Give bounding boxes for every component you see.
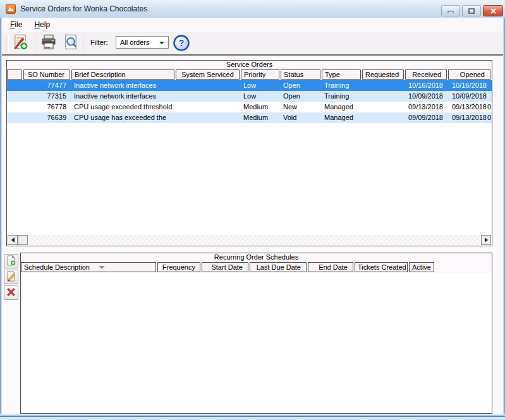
- column-header-system-serviced[interactable]: System Serviced: [176, 69, 240, 80]
- toolbar: Filter: All orders ?: [2, 32, 503, 56]
- add-icon: [6, 255, 16, 267]
- arrow-left-icon: [11, 237, 15, 243]
- column-header-type[interactable]: Type: [322, 69, 361, 80]
- scroll-right-button[interactable]: [481, 235, 491, 245]
- table-empty-area: [7, 123, 492, 229]
- recurring-schedules-panel: Recurring Order Schedules Schedule Descr…: [20, 253, 492, 414]
- schedule-toolbar: [4, 254, 19, 301]
- close-button[interactable]: [483, 5, 503, 16]
- window-frame-bottom: [0, 414, 505, 420]
- recurring-header-row: Schedule Description Frequency Start Dat…: [21, 262, 492, 273]
- toolbar-separator: [35, 34, 35, 52]
- filter-dropdown[interactable]: All orders: [116, 36, 169, 49]
- print-preview-button[interactable]: [60, 33, 82, 52]
- horizontal-scrollbar[interactable]: [8, 235, 491, 245]
- toolbar-gripper[interactable]: [6, 35, 9, 51]
- chevron-down-icon: [159, 42, 164, 44]
- scrollbar-thumb[interactable]: [18, 235, 28, 245]
- column-header-end-date[interactable]: End Date: [308, 262, 353, 272]
- print-preview-icon: [62, 33, 80, 52]
- edit-icon: [6, 271, 16, 283]
- table-row[interactable]: 77477 Inactive network interfaces Low Op…: [7, 80, 492, 91]
- column-header-frequency[interactable]: Frequency: [157, 262, 200, 272]
- column-header-selector[interactable]: [7, 69, 22, 80]
- delete-schedule-button[interactable]: [4, 285, 18, 300]
- edit-schedule-button[interactable]: [4, 270, 18, 284]
- window-title: Service Orders for Wonka Chocolates: [20, 4, 147, 13]
- new-service-order-icon: [11, 33, 29, 52]
- table-row[interactable]: 76639 CPU usage has exceeded the Medium …: [7, 112, 492, 123]
- column-header-priority[interactable]: Priority: [241, 69, 279, 80]
- filter-dropdown-value: All orders: [120, 39, 149, 46]
- maximize-button[interactable]: [462, 5, 481, 16]
- print-button[interactable]: [38, 33, 59, 52]
- new-service-order-button[interactable]: [9, 33, 31, 52]
- svg-text:?: ?: [179, 38, 185, 48]
- window-content: File Help: [2, 18, 503, 414]
- sort-descending-icon: [99, 266, 105, 269]
- service-orders-title: Service Orders: [7, 61, 492, 69]
- table-row[interactable]: 77315 Inactive network interfaces Low Op…: [7, 91, 492, 102]
- column-header-start-date[interactable]: Start Date: [202, 262, 248, 272]
- column-header-opened[interactable]: Opened: [448, 69, 490, 80]
- menu-help[interactable]: Help: [29, 18, 55, 29]
- recurring-schedules-title: Recurring Order Schedules: [21, 253, 492, 262]
- delete-icon: [6, 287, 16, 299]
- filter-label: Filter:: [90, 39, 108, 46]
- table-row[interactable]: 76778 CPU usage exceeded threshold Mediu…: [7, 102, 492, 112]
- print-icon: [40, 33, 58, 52]
- add-schedule-button[interactable]: [4, 254, 18, 268]
- header-filler: [435, 262, 492, 273]
- minimize-button[interactable]: [441, 5, 460, 16]
- column-header-active[interactable]: Active: [409, 262, 434, 272]
- arrow-right-icon: [485, 237, 488, 243]
- service-orders-panel: Service Orders SO Number Brief Descripti…: [6, 60, 492, 246]
- scroll-left-button[interactable]: [8, 235, 18, 245]
- recurring-table-empty-area: [21, 273, 492, 412]
- column-header-requested[interactable]: Requested: [362, 69, 404, 80]
- toolbar-separator: [83, 34, 83, 52]
- column-header-tickets-created[interactable]: Tickets Created: [355, 262, 408, 272]
- service-orders-header-row: SO Number Brief Description System Servi…: [7, 69, 492, 80]
- column-header-last-due-date[interactable]: Last Due Date: [250, 262, 307, 272]
- column-header-received[interactable]: Received: [405, 69, 447, 80]
- menu-bar: File Help: [2, 18, 503, 32]
- title-bar[interactable]: Service Orders for Wonka Chocolates: [0, 0, 505, 18]
- column-header-so-number[interactable]: SO Number: [23, 69, 70, 80]
- column-header-schedule-description[interactable]: Schedule Description: [21, 262, 156, 272]
- app-icon: [6, 4, 16, 14]
- help-button[interactable]: ?: [173, 34, 190, 52]
- column-header-brief-description[interactable]: Brief Description: [71, 69, 174, 80]
- menu-file[interactable]: File: [5, 18, 27, 29]
- app-window: { "colors": { "selected_row": "#2e8ee9",…: [0, 0, 505, 420]
- column-header-status[interactable]: Status: [281, 69, 320, 80]
